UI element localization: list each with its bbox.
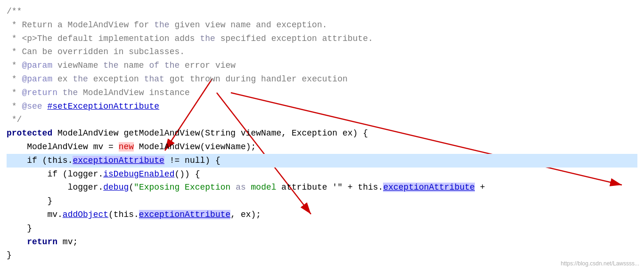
code-line-7: * @return the ModelAndView instance: [7, 86, 637, 100]
code-line-2: * Return a ModelAndView for the given vi…: [7, 18, 637, 32]
code-line-12: if (this.exceptionAttribute != null) {: [7, 154, 637, 168]
code-line-18: return mv;: [7, 235, 637, 249]
code-line-6: * @param ex the exception that got throw…: [7, 72, 637, 86]
watermark: https://blog.csdn.net/Lawssss...: [561, 259, 639, 268]
code-line-14: logger.debug("Exposing Exception as mode…: [7, 181, 637, 194]
code-line-11: ModelAndView mv = new ModelAndView(viewN…: [7, 140, 637, 154]
code-line-17: }: [7, 222, 637, 235]
code-line-16: mv.addObject(this.exceptionAttribute, ex…: [7, 208, 637, 222]
code-line-1: /**: [7, 5, 637, 18]
code-line-19: }: [7, 248, 637, 262]
code-line-10: protected ModelAndView getModelAndView(S…: [7, 127, 637, 140]
code-line-8: * @see #setExceptionAttribute: [7, 100, 637, 113]
code-line-3: * <p>The default implementation adds the…: [7, 32, 637, 46]
code-line-15: }: [7, 194, 637, 208]
code-line-9: */: [7, 113, 637, 127]
code-line-5: * @param viewName the name of the error …: [7, 59, 637, 72]
code-block: /** * Return a ModelAndView for the give…: [0, 0, 644, 272]
code-line-4: * Can be overridden in subclasses.: [7, 45, 637, 59]
code-line-13: if (logger.isDebugEnabled()) {: [7, 168, 637, 181]
